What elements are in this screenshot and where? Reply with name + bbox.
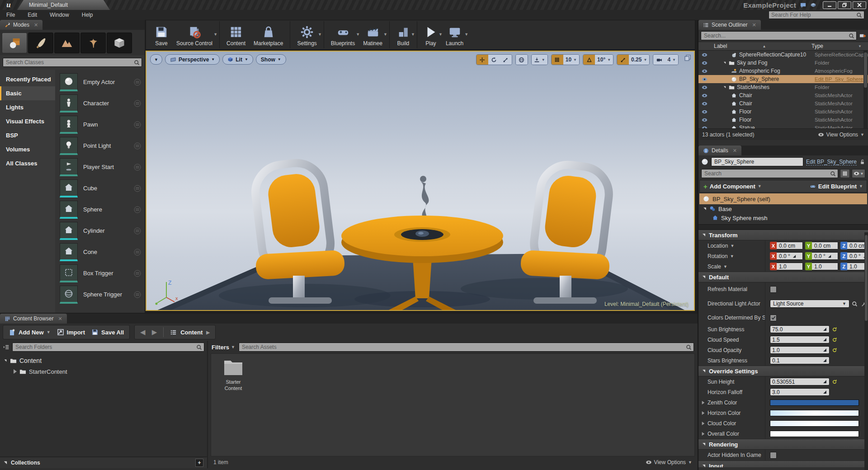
outliner-row-chair[interactable]: ChairStaticMeshActor — [698, 91, 868, 99]
outliner-row-chair[interactable]: ChairStaticMeshActor — [698, 99, 868, 108]
number-field[interactable]: 0.1 — [770, 357, 830, 364]
rotation-z-field[interactable]: Z0.0 ° — [840, 252, 868, 260]
scale-tool[interactable] — [500, 55, 512, 65]
foliage-mode-tab[interactable] — [80, 33, 106, 53]
place-item-pawn[interactable]: Pawn — [55, 114, 145, 135]
property-matrix-button[interactable] — [840, 169, 850, 178]
close-icon[interactable]: ✕ — [752, 22, 756, 28]
maximize-viewport-button[interactable] — [684, 54, 691, 61]
viewport-options-dropdown[interactable]: ▼ — [150, 54, 162, 65]
blueprints-button[interactable]: Blueprints▼ — [327, 21, 359, 48]
scene-outliner-tab[interactable]: Scene Outliner ✕ — [698, 20, 761, 30]
expander-icon[interactable] — [702, 401, 705, 404]
checkbox[interactable] — [770, 286, 777, 293]
category-lights[interactable]: Lights — [0, 100, 55, 114]
add-filter-icon[interactable] — [859, 33, 866, 39]
source-control-button[interactable]: Source Control▼ — [172, 21, 217, 48]
perspective-button[interactable]: Perspective ▼ — [165, 54, 220, 65]
section-header-default[interactable]: Default — [698, 272, 868, 282]
breadcrumb[interactable]: Content ▶ — [170, 329, 210, 336]
rotation-y-field[interactable]: Y0.0 ° — [805, 252, 838, 260]
drag-grip-icon[interactable] — [134, 291, 141, 298]
category-recently-placed[interactable]: Recently Placed — [0, 72, 55, 86]
folder-content[interactable]: Content — [4, 355, 203, 366]
cb-view-options-button[interactable]: View Options▼ — [646, 459, 692, 465]
dial-icon[interactable] — [822, 348, 827, 352]
help-search-box[interactable] — [769, 11, 864, 19]
place-item-cone[interactable]: Cone — [55, 241, 145, 263]
reset-to-default-icon[interactable] — [832, 379, 837, 385]
place-item-sphere[interactable]: Sphere — [55, 199, 145, 220]
collapse-icon[interactable] — [14, 369, 17, 374]
component-row-base[interactable]: Base — [698, 204, 868, 213]
back-button[interactable]: ◀ — [140, 328, 146, 336]
menu-edit[interactable]: Edit — [21, 12, 43, 18]
expand-icon[interactable] — [703, 207, 706, 210]
search-classes-box[interactable] — [3, 58, 142, 67]
search-icon[interactable] — [852, 301, 858, 307]
category-basic[interactable]: Basic — [0, 86, 55, 100]
lit-mode-button[interactable]: Lit ▼ — [222, 54, 253, 65]
color-swatch[interactable] — [770, 431, 859, 437]
content-button[interactable]: Content — [222, 21, 250, 48]
drag-grip-icon[interactable] — [134, 164, 141, 171]
checkbox[interactable] — [770, 315, 777, 321]
search-folders-box[interactable] — [12, 343, 204, 352]
camera-speed-value[interactable]: 4▼ — [665, 55, 678, 65]
details-scrollbar[interactable] — [864, 232, 868, 470]
import-button[interactable]: Import — [57, 329, 85, 336]
menu-file[interactable]: File — [0, 12, 21, 18]
visibility-eye-icon[interactable] — [698, 52, 710, 58]
category-bsp[interactable]: BSP — [0, 128, 55, 142]
dial-icon[interactable] — [792, 254, 797, 258]
chevron-down-icon[interactable]: ▼ — [411, 32, 415, 37]
restore-button[interactable] — [838, 1, 851, 9]
drag-grip-icon[interactable] — [134, 249, 141, 256]
launch-button[interactable]: Launch▼ — [442, 21, 467, 48]
place-item-box-trigger[interactable]: Box Trigger — [55, 263, 145, 284]
color-swatch[interactable] — [770, 420, 859, 427]
grid-snap-value[interactable]: 10▼ — [563, 55, 579, 65]
asset-starter-content[interactable]: Starter Content — [217, 358, 249, 392]
location-x-field[interactable]: X0.0 cm — [770, 242, 803, 249]
forward-button[interactable]: ▶ — [152, 328, 157, 336]
place-item-cylinder[interactable]: Cylinder — [55, 220, 145, 241]
outliner-row-staticmeshes[interactable]: StaticMeshesFolder — [698, 83, 868, 91]
menu-window[interactable]: Window — [43, 12, 75, 18]
outliner-search-box[interactable] — [701, 31, 857, 40]
scale-y-field[interactable]: Y1.0 — [805, 263, 838, 270]
visibility-eye-icon[interactable] — [698, 85, 710, 90]
component-row-mesh[interactable]: Sky Sphere mesh — [698, 213, 868, 222]
chevron-down-icon[interactable]: ▼ — [318, 32, 322, 37]
settings-button[interactable]: Settings▼ — [293, 21, 321, 48]
grid-snap-toggle[interactable] — [552, 55, 563, 65]
section-header-override-settings[interactable]: Override Settings — [698, 366, 868, 376]
place-item-sphere-trigger[interactable]: Sphere Trigger — [55, 284, 145, 305]
drag-grip-icon[interactable] — [134, 121, 141, 128]
close-icon[interactable]: ✕ — [733, 148, 737, 154]
place-mode-tab[interactable] — [2, 33, 27, 53]
minimize-button[interactable] — [823, 1, 836, 9]
section-header-transform[interactable]: Transform — [698, 230, 868, 240]
category-volumes[interactable]: Volumes — [0, 142, 55, 156]
checkbox[interactable] — [770, 452, 777, 459]
level-viewport[interactable]: ▼ Perspective ▼ Lit ▼ Show ▼ ▼10▼10°▼0.2… — [146, 51, 695, 311]
chevron-down-icon[interactable]: ▼ — [464, 32, 468, 37]
modes-tab[interactable]: Modes ✕ — [0, 20, 42, 30]
category-visual-effects[interactable]: Visual Effects — [0, 114, 55, 128]
udn-cube-icon[interactable] — [810, 2, 816, 8]
search-assets-input[interactable] — [239, 344, 686, 350]
chevron-down-icon[interactable]: ▼ — [383, 32, 387, 37]
component-self-row[interactable]: BP_Sky_Sphere (self) — [699, 193, 867, 204]
add-new-button[interactable]: Add New▼ — [9, 329, 51, 336]
help-search-input[interactable] — [769, 12, 856, 18]
label-column-header[interactable]: Label — [698, 43, 727, 49]
place-item-empty-actor[interactable]: Empty Actor — [55, 71, 145, 93]
outliner-search-input[interactable] — [701, 33, 849, 39]
dial-icon[interactable] — [822, 358, 827, 363]
visibility-eye-icon[interactable] — [698, 101, 710, 107]
feedback-chat-icon[interactable] — [800, 2, 807, 9]
reset-to-default-icon[interactable] — [832, 348, 837, 353]
color-swatch[interactable] — [770, 410, 859, 416]
rotation-snap-value[interactable]: 10°▼ — [595, 55, 613, 65]
